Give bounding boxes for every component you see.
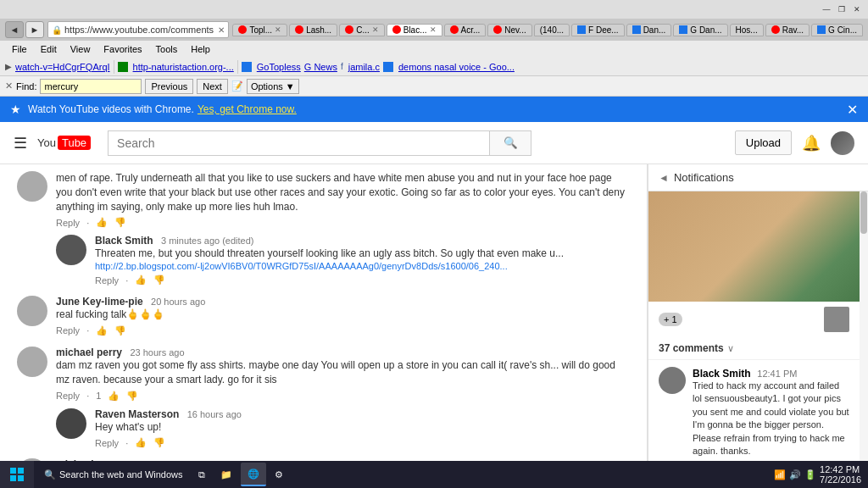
chrome-get-chrome-link[interactable]: Yes, get Chrome now. — [198, 103, 297, 115]
tab-item[interactable]: (140... — [534, 24, 570, 36]
thumbs-up-icon[interactable]: 👍 — [108, 391, 120, 402]
hamburger-menu-icon[interactable]: ☰ — [14, 134, 27, 152]
reply-link[interactable]: Reply — [95, 275, 119, 286]
tab-item[interactable]: Dan... — [626, 24, 672, 36]
tab-favicon — [817, 25, 826, 34]
upload-button[interactable]: Upload — [735, 130, 792, 155]
toolbar-icon-blue — [242, 62, 252, 72]
comment-body: Raven Masterson 16 hours ago Hey what's … — [95, 408, 630, 449]
tab-close-icon[interactable]: ✕ — [372, 25, 379, 34]
find-previous-button[interactable]: Previous — [145, 79, 193, 94]
youtube-logo-tube: Tube — [58, 136, 91, 150]
notification-expand-icon[interactable]: ∨ — [727, 343, 734, 354]
comment-item: Raven Masterson 16 hours ago Hey what's … — [56, 408, 630, 449]
search-input[interactable] — [108, 130, 489, 156]
thumbs-up-icon[interactable]: 👍 — [96, 325, 108, 336]
start-button[interactable] — [0, 461, 34, 488]
menu-tools[interactable]: Tools — [149, 44, 185, 54]
tab-item[interactable]: Lash... — [289, 24, 337, 36]
restore-button[interactable]: ❐ — [836, 3, 848, 15]
toolbar-bar: ▶ watch-v=HdCgrFQArqI http-naturistactio… — [0, 58, 868, 76]
notification-panel: ◄ Notifications + 1 37 comments ∨ — [648, 164, 868, 488]
find-next-button[interactable]: Next — [197, 79, 228, 94]
thumbs-down-icon[interactable]: 👎 — [114, 325, 126, 336]
minimize-button[interactable]: — — [821, 3, 832, 15]
toolbar-link-2[interactable]: http-naturistaction.org-... — [133, 62, 234, 72]
reply-link[interactable]: Reply — [56, 391, 80, 401]
taskbar-search[interactable]: 🔍 Search the web and Windows — [37, 463, 190, 486]
tab-item[interactable]: Hos... — [730, 24, 764, 36]
toolbar-link-6[interactable]: demons nasal voice - Goo... — [398, 62, 515, 72]
tab-favicon — [450, 25, 459, 34]
reply-link[interactable]: Reply — [95, 438, 119, 448]
chrome-notification-close-icon[interactable]: ✕ — [847, 102, 858, 118]
tab-item[interactable]: G Cin... — [811, 24, 863, 36]
tab-favicon — [771, 25, 780, 34]
comment-text: Hey what's up! — [95, 420, 630, 435]
notification-comments-header: 37 comments ∨ — [648, 337, 860, 360]
address-bar[interactable]: 🔒 https://www.youtube.com/comments ✕ — [47, 21, 229, 38]
find-input[interactable] — [40, 79, 142, 94]
taskbar-task-view[interactable]: ⧉ — [192, 463, 212, 486]
menu-edit[interactable]: Edit — [34, 44, 64, 54]
taskbar-file-explorer[interactable]: 📁 — [214, 463, 239, 486]
thumbs-up-icon[interactable]: 👍 — [135, 274, 147, 286]
menu-view[interactable]: View — [64, 44, 97, 54]
reply-link[interactable]: Reply — [56, 218, 80, 228]
find-options-button[interactable]: Options ▼ — [247, 79, 299, 94]
thumbs-up-icon[interactable]: 👍 — [135, 437, 147, 448]
notification-collapse-icon[interactable]: ◄ — [659, 172, 669, 184]
search-button[interactable]: 🔍 — [489, 130, 531, 156]
tab-item[interactable]: Nev... — [487, 24, 531, 36]
notification-comments-count: 37 comments — [659, 342, 724, 354]
menu-file[interactable]: File — [5, 44, 34, 54]
taskbar-browser[interactable]: 🌐 — [241, 463, 266, 486]
comment-body: June Key-lime-pie 20 hours ago real fuck… — [56, 296, 630, 336]
thumbs-down-icon[interactable]: 👎 — [153, 437, 165, 448]
tab-item[interactable]: C...✕ — [339, 24, 385, 36]
youtube-header: ☰ You Tube 🔍 Upload 🔔 — [0, 122, 868, 164]
tab-item[interactable]: Rav... — [765, 24, 810, 36]
comment-author: June Key-lime-pie 20 hours ago — [56, 296, 630, 308]
toolbar-link-5[interactable]: jamila.c — [348, 62, 380, 72]
notification-comment-text: Tried to hack my account and failed lol … — [693, 380, 849, 458]
toolbar-link-4[interactable]: G News — [304, 62, 337, 72]
notification-row: + 1 37 comments ∨ Black Smith — [648, 191, 868, 488]
reply-link[interactable]: Reply — [56, 325, 80, 336]
reply-indent: Raven Masterson 16 hours ago Hey what's … — [17, 408, 630, 449]
notification-scrollbar[interactable] — [860, 191, 868, 488]
taskbar-search-label: Search the web and Windows — [59, 469, 183, 480]
tab-close-icon[interactable]: ✕ — [430, 25, 437, 34]
comment-text: dam mz raven you got some fly ass shirts… — [56, 358, 630, 387]
notification-plus-badge: + 1 — [659, 313, 682, 326]
tab-item[interactable]: G Dan... — [673, 24, 727, 36]
toolbar-link-3[interactable]: GoTopless — [257, 62, 301, 72]
back-button[interactable]: ◄ — [5, 21, 24, 38]
forward-button[interactable]: ► — [25, 21, 44, 38]
toolbar-link-1[interactable]: watch-v=HdCgrFQArqI — [15, 62, 110, 72]
thumbs-down-icon[interactable]: 👎 — [114, 217, 126, 228]
notifications-bell-icon[interactable]: 🔔 — [802, 134, 821, 152]
thumbs-down-icon[interactable]: 👎 — [126, 391, 138, 402]
close-button[interactable]: ✕ — [851, 3, 863, 15]
comment-body: men of rape. Truly underneath all that y… — [56, 171, 630, 228]
menu-favorites[interactable]: Favorites — [97, 44, 148, 54]
tab-favicon — [577, 25, 586, 34]
thumbs-down-icon[interactable]: 👎 — [153, 274, 165, 286]
thumbs-up-icon[interactable]: 👍 — [96, 217, 108, 228]
taskbar-app[interactable]: ⚙ — [268, 463, 290, 486]
tab-item[interactable]: Topl...✕ — [232, 24, 287, 36]
comment-link[interactable]: http://2.bp.blogspot.com/-lj2owVI6BV0/T0… — [95, 261, 630, 271]
find-highlight-icon: 📝 — [231, 80, 243, 92]
taskbar-battery-icon: 🔋 — [804, 469, 816, 480]
find-bar: ✕ Find: Previous Next 📝 Options ▼ — [0, 76, 868, 97]
tab-item-active[interactable]: Blac...✕ — [387, 24, 442, 36]
tab-item[interactable]: Acr... — [444, 24, 487, 36]
reply-indent: Black Smith 3 minutes ago (edited) Threa… — [17, 235, 630, 286]
avatar[interactable] — [831, 131, 854, 155]
tab-item[interactable]: F Dee... — [571, 24, 625, 36]
youtube-logo[interactable]: You Tube — [37, 136, 91, 150]
tab-close-icon[interactable]: ✕ — [275, 25, 281, 34]
menu-help[interactable]: Help — [184, 44, 217, 54]
find-close-icon[interactable]: ✕ — [5, 80, 13, 92]
